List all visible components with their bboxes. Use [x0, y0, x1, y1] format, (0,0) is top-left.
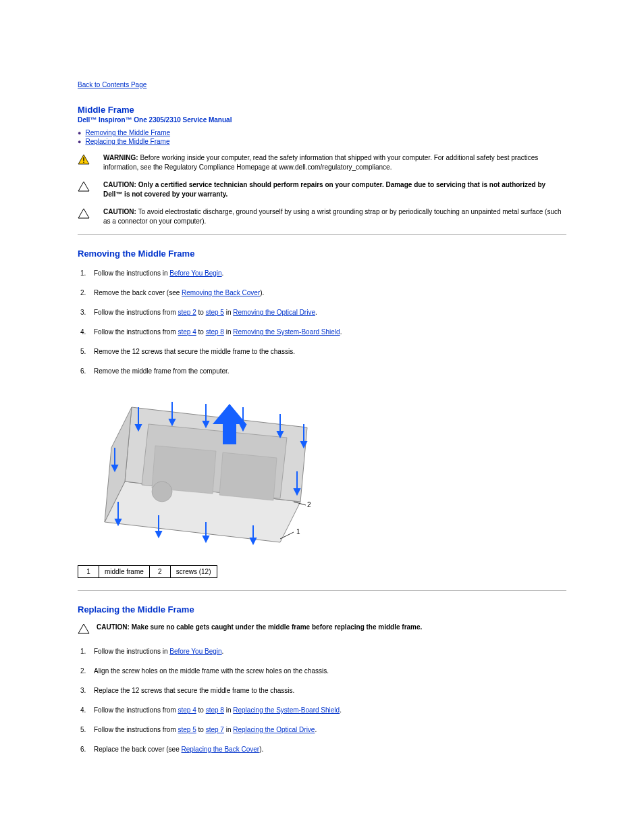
link-step8[interactable]: step 8 [206, 706, 224, 714]
caution-icon [78, 623, 90, 635]
step-text: Remove the back cover (see [94, 289, 182, 296]
step-text: Follow the instructions from [94, 726, 178, 733]
step-text: Follow the instructions from [94, 328, 178, 336]
step-text: to [196, 309, 206, 316]
back-to-contents-link[interactable]: Back to Contents Page [78, 81, 146, 88]
section-heading-replacing: Replacing the Middle Frame [78, 604, 566, 615]
svg-rect-1 [83, 157, 84, 161]
link-replacing-optical-drive[interactable]: Replacing the Optical Drive [233, 726, 315, 733]
link-before-you-begin[interactable]: Before You Begin [169, 648, 221, 655]
link-before-you-begin[interactable]: Before You Begin [169, 269, 221, 277]
step-text: . [340, 328, 342, 336]
page-title: Middle Frame [78, 105, 566, 115]
warning-text: WARNING: Before working inside your comp… [103, 153, 566, 172]
callout-1-label: middle frame [99, 566, 150, 578]
toc-item-replacing[interactable]: Replacing the Middle Frame [78, 138, 566, 145]
step-text: . [222, 269, 224, 277]
link-removing-system-board-shield[interactable]: Removing the System-Board Shield [233, 328, 340, 336]
link-step4[interactable]: step 4 [178, 328, 196, 336]
step-text: . [340, 706, 342, 714]
caution2-text: CAUTION: To avoid electrostatic discharg… [103, 207, 566, 226]
step-text: to [196, 726, 206, 733]
svg-rect-2 [83, 162, 84, 163]
caution1-label: CAUTION: [103, 181, 136, 188]
link-step5[interactable]: step 5 [206, 309, 224, 316]
svg-point-11 [152, 481, 172, 502]
link-step5[interactable]: step 5 [178, 726, 196, 733]
link-replacing-back-cover[interactable]: Replacing the Back Cover [182, 746, 260, 753]
replace-step-2: Align the screw holes on the middle fram… [78, 666, 566, 676]
callout-1-num: 1 [78, 566, 99, 578]
remove-step-1: Follow the instructions in Before You Be… [78, 268, 566, 278]
svg-marker-3 [78, 182, 89, 191]
link-replacing-system-board-shield[interactable]: Replacing the System-Board Shield [233, 706, 340, 714]
replace-step-1: Follow the instructions in Before You Be… [78, 646, 566, 656]
callout-2-label: screws (12) [170, 566, 217, 578]
step-text: Follow the instructions from [94, 309, 178, 316]
caution1-text: CAUTION: Only a certified service techni… [103, 180, 566, 199]
step-text: Follow the instructions in [94, 648, 169, 655]
remove-step-5: Remove the 12 screws that secure the mid… [78, 346, 566, 357]
remove-step-3: Follow the instructions from step 2 to s… [78, 307, 566, 317]
link-removing-optical-drive[interactable]: Removing the Optical Drive [233, 309, 315, 316]
step-text: in [224, 309, 233, 316]
replace-caution-label: CAUTION: [97, 623, 130, 631]
replace-step-5: Follow the instructions from step 5 to s… [78, 725, 566, 735]
caution2-body: To avoid electrostatic discharge, ground… [103, 208, 562, 225]
step-text: Replace the back cover (see [94, 746, 182, 753]
warning-body: Before working inside your computer, rea… [103, 154, 538, 171]
link-removing-back-cover[interactable]: Removing the Back Cover [182, 289, 260, 296]
caution-icon [78, 180, 90, 193]
svg-marker-31 [156, 531, 161, 537]
toc-link-replacing[interactable]: Replacing the Middle Frame [85, 138, 169, 145]
replace-caution-text: CAUTION: Make sure no cable gets caught … [97, 623, 566, 632]
divider [78, 234, 566, 235]
step-text: to [196, 706, 206, 714]
step-text: ). [260, 289, 264, 296]
step-text: in [224, 328, 233, 336]
link-step8[interactable]: step 8 [206, 328, 224, 336]
remove-step-4: Follow the instructions from step 4 to s… [78, 327, 566, 337]
caution-icon [78, 207, 90, 220]
warning-icon [78, 153, 90, 166]
caution1-body: Only a certified service technician shou… [103, 181, 545, 198]
middle-frame-figure: 1 2 [78, 387, 566, 556]
svg-text:2: 2 [307, 501, 311, 509]
step-text: Follow the instructions from [94, 706, 178, 714]
replace-step-6: Replace the back cover (see Replacing th… [78, 744, 566, 754]
svg-text:1: 1 [296, 528, 300, 536]
link-step4[interactable]: step 4 [178, 706, 196, 714]
toc-link-removing[interactable]: Removing the Middle Frame [85, 129, 170, 136]
step-text: in [224, 726, 233, 733]
svg-marker-35 [250, 538, 256, 544]
callout-table: 1 middle frame 2 screws (12) [78, 565, 217, 578]
divider [78, 590, 566, 591]
remove-step-6: Remove the middle frame from the compute… [78, 366, 566, 376]
svg-marker-10 [219, 452, 277, 500]
step-text: to [196, 328, 206, 336]
step-text: . [315, 309, 317, 316]
step-text: in [224, 706, 233, 714]
step-text: ). [259, 746, 263, 753]
svg-marker-33 [203, 536, 209, 542]
callout-2-num: 2 [149, 566, 170, 578]
link-step2[interactable]: step 2 [178, 309, 196, 316]
replace-caution-body: Make sure no cable gets caught under the… [132, 623, 423, 631]
step-text: Follow the instructions in [94, 269, 169, 277]
toc-item-removing[interactable]: Removing the Middle Frame [78, 129, 566, 136]
manual-subtitle: Dell™ Inspiron™ One 2305/2310 Service Ma… [78, 116, 566, 124]
section-heading-removing: Removing the Middle Frame [78, 249, 566, 259]
svg-marker-4 [78, 209, 89, 218]
warning-label: WARNING: [103, 154, 138, 161]
link-step7[interactable]: step 7 [206, 726, 224, 733]
replace-step-4: Follow the instructions from step 4 to s… [78, 705, 566, 715]
caution2-label: CAUTION: [103, 208, 136, 215]
step-text: . [315, 726, 317, 733]
svg-marker-41 [78, 624, 89, 633]
remove-step-2: Remove the back cover (see Removing the … [78, 288, 566, 298]
replace-step-3: Replace the 12 screws that secure the mi… [78, 685, 566, 696]
step-text: . [222, 648, 224, 655]
